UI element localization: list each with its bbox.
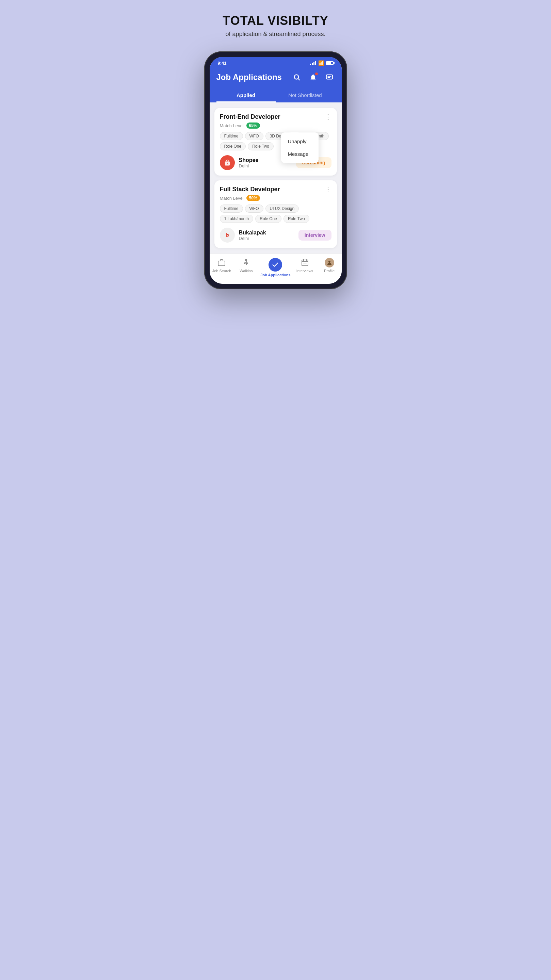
- nav-label-profile: Profile: [324, 269, 334, 273]
- content-area: Front-End Developer ⋮ Match Level 65% Fu…: [210, 102, 342, 253]
- calendar-icon: [300, 258, 310, 267]
- search-button[interactable]: [291, 72, 302, 83]
- job-card-frontend: Front-End Developer ⋮ Match Level 65% Fu…: [214, 108, 337, 176]
- svg-rect-9: [218, 261, 225, 266]
- tag-wfo-1: WFO: [245, 132, 263, 140]
- nav-label-job-applications: Job Applications: [260, 273, 290, 277]
- bottom-nav: Job Search Walkins Job: [210, 253, 342, 284]
- company-info-1: S Shopee Delhi: [220, 155, 259, 170]
- svg-point-10: [245, 259, 247, 261]
- tab-not-shortlisted[interactable]: Not Shortlisted: [276, 88, 335, 102]
- status-time: 9:41: [218, 60, 227, 66]
- nav-profile[interactable]: Profile: [319, 258, 340, 277]
- avatar: [325, 258, 334, 267]
- tag-role1-1: Role One: [220, 142, 246, 150]
- page-subtitle: of application & streamlined process.: [225, 30, 325, 38]
- nav-job-applications[interactable]: Job Applications: [260, 258, 290, 277]
- tab-applied[interactable]: Applied: [217, 88, 276, 102]
- company-info-2: b Bukalapak Delhi: [220, 228, 266, 243]
- app-header: Job Applications: [210, 68, 342, 102]
- tag-role2-2: Role Two: [283, 215, 309, 223]
- person-icon: [325, 258, 334, 267]
- battery-icon: [326, 61, 333, 65]
- company-location-1: Delhi: [239, 163, 259, 169]
- svg-text:S: S: [226, 162, 228, 165]
- tag-uiux-2: UI UX Design: [266, 205, 299, 213]
- phone-screen: 9:41 📶 Job Applications: [210, 57, 342, 284]
- message-button[interactable]: [324, 72, 335, 83]
- tag-fulltime-2: Fulltime: [220, 205, 243, 213]
- notification-button[interactable]: [308, 72, 318, 83]
- company-logo-shopee: S: [220, 155, 235, 170]
- walk-icon: [241, 258, 251, 267]
- svg-rect-2: [326, 75, 332, 79]
- more-options-2[interactable]: ⋮: [325, 186, 331, 192]
- nav-walkins[interactable]: Walkins: [236, 258, 256, 277]
- company-name-2: Bukalapak: [239, 230, 266, 236]
- tag-salary-2: 1 Lakh/month: [220, 215, 253, 223]
- company-logo-bukalapak: b: [220, 228, 235, 243]
- tab-bar: Applied Not Shortlisted: [217, 88, 335, 102]
- job-card-1: Front-End Developer ⋮ Match Level 65% Fu…: [214, 108, 337, 176]
- tag-fulltime-1: Fulltime: [220, 132, 243, 140]
- briefcase-icon: [217, 258, 226, 267]
- status-button-2[interactable]: Interview: [298, 230, 331, 240]
- message-option[interactable]: Message: [281, 148, 318, 160]
- match-badge-1: 65%: [247, 123, 260, 129]
- match-badge-2: 50%: [247, 195, 260, 201]
- svg-point-16: [328, 261, 330, 263]
- nav-job-search[interactable]: Job Search: [211, 258, 232, 277]
- status-icons: 📶: [310, 60, 333, 66]
- job-card-fullstack: Full Stack Developer ⋮ Match Level 50% F…: [214, 180, 337, 248]
- nav-label-walkins: Walkins: [240, 269, 253, 273]
- check-icon: [269, 258, 282, 272]
- signal-icon: [310, 61, 316, 65]
- company-row-2: b Bukalapak Delhi Interview: [220, 228, 331, 243]
- company-name-1: Shopee: [239, 157, 259, 163]
- tag-role2-1: Role Two: [248, 142, 274, 150]
- job-title-1: Front-End Developer: [220, 113, 280, 121]
- match-label-2: Match Level: [220, 196, 244, 201]
- job-card-2: Full Stack Developer ⋮ Match Level 50% F…: [214, 180, 337, 248]
- nav-label-job-search: Job Search: [212, 269, 231, 273]
- wifi-icon: 📶: [318, 60, 324, 66]
- nav-interviews[interactable]: Interviews: [295, 258, 315, 277]
- unapply-option[interactable]: Unapply: [281, 135, 318, 148]
- notification-badge: [315, 73, 318, 75]
- svg-line-1: [298, 79, 299, 80]
- context-menu-1: Unapply Message: [281, 132, 318, 163]
- header-icons: [291, 72, 335, 83]
- status-bar: 9:41 📶: [210, 57, 342, 68]
- match-label-1: Match Level: [220, 123, 244, 128]
- phone-shell: 9:41 📶 Job Applications: [204, 51, 347, 289]
- more-options-1[interactable]: ⋮: [325, 113, 331, 120]
- page-title: TOTAL VISIBILTY: [223, 14, 328, 28]
- app-title: Job Applications: [217, 73, 282, 82]
- job-title-2: Full Stack Developer: [220, 186, 280, 193]
- tags-2: Fulltime WFO UI UX Design 1 Lakh/month R…: [220, 205, 331, 223]
- company-location-2: Delhi: [239, 236, 266, 241]
- svg-point-8: [227, 234, 228, 235]
- nav-label-interviews: Interviews: [296, 269, 314, 273]
- tag-role1-2: Role One: [255, 215, 282, 223]
- tag-wfo-2: WFO: [245, 205, 263, 213]
